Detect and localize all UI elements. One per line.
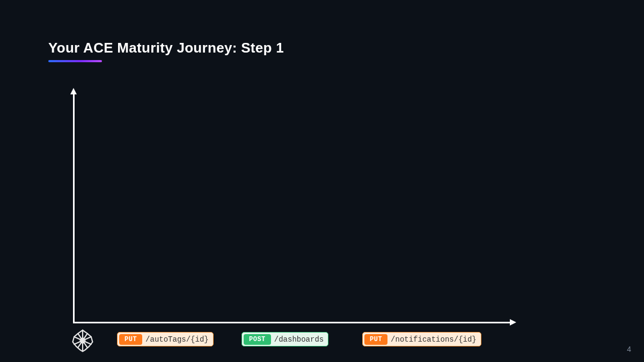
api-path: /dashboards	[274, 335, 328, 344]
y-axis-arrow-icon	[70, 88, 77, 94]
brand-emblem-icon	[71, 329, 94, 352]
api-pill-notifications: PUT /notifications/{id}	[362, 332, 481, 346]
http-method-badge: PUT	[119, 334, 142, 345]
api-path: /autoTags/{id}	[145, 335, 213, 344]
chart-y-axis	[73, 91, 75, 323]
title-underline	[48, 60, 102, 62]
api-path: /notifications/{id}	[391, 335, 481, 344]
http-method-badge: PUT	[364, 334, 387, 345]
page-number: 4	[627, 345, 631, 353]
slide-title: Your ACE Maturity Journey: Step 1	[48, 40, 284, 56]
api-pill-autotags: PUT /autoTags/{id}	[117, 332, 214, 346]
chart-x-axis	[73, 322, 512, 323]
api-pill-dashboards: POST /dashboards	[241, 332, 328, 346]
x-axis-arrow-icon	[510, 319, 516, 326]
http-method-badge: POST	[244, 334, 271, 345]
